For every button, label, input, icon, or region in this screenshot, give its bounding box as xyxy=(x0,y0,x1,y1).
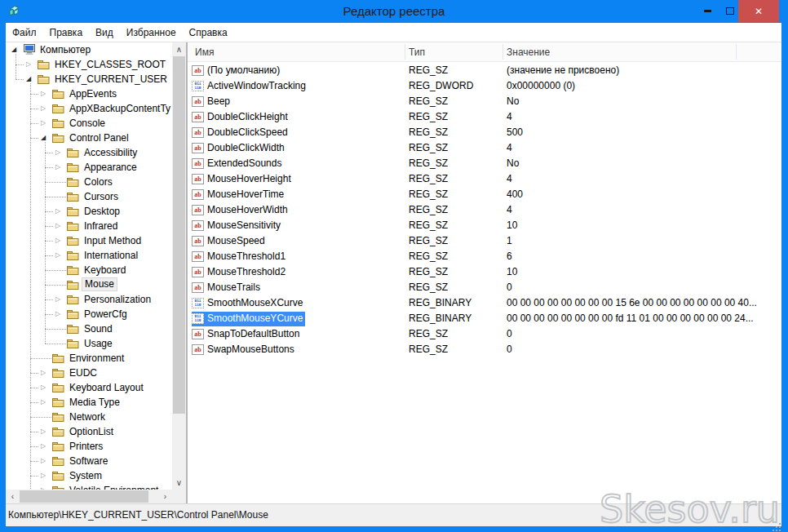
minimize-button[interactable] xyxy=(696,0,719,22)
tree-item-label[interactable]: Cursors xyxy=(82,189,121,204)
scroll-left-icon[interactable]: ‹ xyxy=(6,490,20,503)
tree-item-label[interactable]: AppXBackupContentTy xyxy=(67,101,172,116)
registry-value-row-snaptodefaultbutton[interactable]: abSnapToDefaultButtonREG_SZ0 xyxy=(188,326,781,342)
tree-item-label[interactable]: Printers xyxy=(67,439,105,454)
registry-value-row-smoothmousexcurve[interactable]: 011110SmoothMouseXCurveREG_BINARY00 00 0… xyxy=(188,295,781,311)
tree-item-label[interactable]: AppEvents xyxy=(67,86,119,101)
value-item[interactable]: abMouseSensitivity xyxy=(192,219,283,233)
expand-icon[interactable]: ▷ xyxy=(38,483,49,490)
registry-value-row-mousehoverheight[interactable]: abMouseHoverHeightREG_SZ4 xyxy=(188,171,781,187)
value-item[interactable]: abMouseSpeed xyxy=(192,234,268,249)
column-header-value[interactable]: Значение xyxy=(507,42,550,62)
registry-value-row-mousehovertime[interactable]: abMouseHoverTimeREG_SZ400 xyxy=(188,187,781,202)
registry-value-row-mousehoverwidth[interactable]: abMouseHoverWidthREG_SZ4 xyxy=(188,202,781,218)
value-item[interactable]: abBeep xyxy=(192,95,232,109)
registry-value-row-doubleclickspeed[interactable]: abDoubleClickSpeedREG_SZ500 xyxy=(188,125,781,140)
tree-item-label[interactable]: Infrared xyxy=(82,219,120,233)
tree-item-label[interactable]: Volatile Environment xyxy=(67,483,161,490)
registry-value-row-beep[interactable]: abBeepREG_SZNo xyxy=(188,94,781,109)
registry-value-row-activewindowtracking[interactable]: 011110ActiveWindowTrackingREG_DWORD0x000… xyxy=(188,78,781,94)
column-divider[interactable] xyxy=(736,44,737,60)
close-button[interactable]: ✕ xyxy=(738,0,779,22)
registry-value-row-smoothmouseycurve[interactable]: 011110SmoothMouseYCurveREG_BINARY00 00 0… xyxy=(188,311,781,326)
tree-item-label[interactable]: Control Panel xyxy=(67,131,131,145)
registry-value-row-extendedsounds[interactable]: abExtendedSoundsREG_SZNo xyxy=(188,156,781,171)
value-item[interactable]: 011110ActiveWindowTracking xyxy=(192,79,308,94)
value-item[interactable]: abDoubleClickHeight xyxy=(192,110,290,125)
collapse-icon[interactable]: ◢ xyxy=(8,42,20,57)
column-divider[interactable] xyxy=(405,44,405,60)
value-item[interactable]: abMouseThreshold1 xyxy=(192,250,288,264)
titlebar[interactable]: Редактор реестра ✕ xyxy=(0,0,788,23)
registry-value-row-doubleclickwidth[interactable]: abDoubleClickWidthREG_SZ4 xyxy=(188,140,781,156)
expand-icon[interactable]: ▷ xyxy=(52,248,64,263)
expand-icon[interactable]: ▷ xyxy=(52,292,64,307)
tree-item-hkey-classes-root[interactable]: ▷HKEY_CLASSES_ROOT xyxy=(6,57,172,72)
expand-icon[interactable]: ▷ xyxy=(52,219,64,233)
expand-icon[interactable]: ▷ xyxy=(38,439,49,454)
vertical-scroll-thumb[interactable] xyxy=(173,56,185,414)
tree-item-label[interactable]: Sound xyxy=(82,321,115,336)
tree-item-label[interactable]: Accessibility xyxy=(82,145,139,160)
tree-item-label[interactable]: Desktop xyxy=(82,204,122,219)
tree-item-label[interactable]: HKEY_CURRENT_USER xyxy=(52,72,170,86)
scroll-up-icon[interactable]: ∧ xyxy=(172,42,186,56)
value-item[interactable]: abExtendedSounds xyxy=(192,157,284,171)
expand-icon[interactable]: ▷ xyxy=(38,468,49,483)
tree-item-label[interactable]: OptionList xyxy=(67,424,116,439)
menu-file[interactable]: Файл xyxy=(6,23,43,42)
expand-icon[interactable]: ▷ xyxy=(52,204,64,219)
expand-icon[interactable]: ▷ xyxy=(38,380,49,395)
tree-item-label[interactable]: Input Method xyxy=(82,233,144,248)
menu-edit[interactable]: Правка xyxy=(43,23,90,42)
column-header-type[interactable]: Тип xyxy=(409,42,425,62)
registry-value-row-mousesensitivity[interactable]: abMouseSensitivityREG_SZ10 xyxy=(188,218,781,233)
menu-help[interactable]: Справка xyxy=(183,23,234,42)
registry-value-row-mousespeed[interactable]: abMouseSpeedREG_SZ1 xyxy=(188,233,781,249)
horizontal-scroll-thumb[interactable] xyxy=(20,490,148,503)
value-item[interactable]: abMouseHoverHeight xyxy=(192,172,294,187)
column-divider[interactable] xyxy=(502,44,503,60)
expand-icon[interactable]: ▷ xyxy=(38,86,49,101)
tree-item-label[interactable]: HKEY_CLASSES_ROOT xyxy=(52,57,168,72)
expand-icon[interactable]: ▷ xyxy=(52,160,64,175)
value-item[interactable]: 011110SmoothMouseXCurve xyxy=(192,296,305,311)
tree-item-label[interactable]: Environment xyxy=(67,351,126,366)
registry-value-row-mousethreshold1[interactable]: abMouseThreshold1REG_SZ6 xyxy=(188,249,781,264)
scroll-down-icon[interactable]: ∨ xyxy=(172,476,186,490)
value-item[interactable]: abMouseHoverWidth xyxy=(192,203,290,218)
scroll-right-icon[interactable]: › xyxy=(158,490,172,503)
tree-item-label[interactable]: Appearance xyxy=(82,160,139,175)
expand-icon[interactable]: ▷ xyxy=(38,424,49,439)
expand-icon[interactable]: ▷ xyxy=(38,395,49,410)
resize-grip[interactable] xyxy=(779,523,781,525)
registry-value-row-mousetrails[interactable]: abMouseTrailsREG_SZ0 xyxy=(188,280,781,295)
tree-item-label[interactable]: Mouse xyxy=(82,277,117,291)
tree-item-label[interactable]: Software xyxy=(67,454,110,468)
value-item[interactable]: abMouseThreshold2 xyxy=(192,265,288,280)
expand-icon[interactable]: ▷ xyxy=(23,57,34,72)
value-item[interactable]: abSwapMouseButtons xyxy=(192,343,297,357)
tree-item-label[interactable]: Keyboard Layout xyxy=(67,380,146,395)
tree-item-label[interactable]: Console xyxy=(67,116,108,131)
expand-icon[interactable]: ▷ xyxy=(38,101,49,116)
registry-value-row-по-умолчанию[interactable]: ab(По умолчанию)REG_SZ(значение не присв… xyxy=(188,63,781,78)
value-item[interactable]: abDoubleClickWidth xyxy=(192,141,287,156)
tree-item-компьютер[interactable]: ◢Компьютер xyxy=(6,42,172,57)
tree-item-label[interactable]: EUDC xyxy=(67,366,100,380)
tree-item-label[interactable]: Media Type xyxy=(67,395,122,410)
tree-item-label[interactable]: Компьютер xyxy=(38,42,93,57)
collapse-icon[interactable]: ◢ xyxy=(38,131,49,145)
expand-icon[interactable]: ▷ xyxy=(52,307,64,321)
tree-item-label[interactable]: International xyxy=(82,248,140,263)
expand-icon[interactable]: ▷ xyxy=(38,116,49,131)
tree-item-label[interactable]: Network xyxy=(67,410,108,424)
tree-vertical-scrollbar[interactable]: ∧ ∨ xyxy=(172,42,186,490)
expand-icon[interactable]: ▷ xyxy=(38,454,49,468)
tree-item-label[interactable]: Usage xyxy=(82,336,115,351)
expand-icon[interactable]: ▷ xyxy=(52,145,64,160)
tree-item-label[interactable]: System xyxy=(67,468,104,483)
registry-value-row-swapmousebuttons[interactable]: abSwapMouseButtonsREG_SZ0 xyxy=(188,342,781,357)
menu-favorites[interactable]: Избранное xyxy=(120,23,183,42)
tree-item-label[interactable]: PowerCfg xyxy=(82,307,130,321)
